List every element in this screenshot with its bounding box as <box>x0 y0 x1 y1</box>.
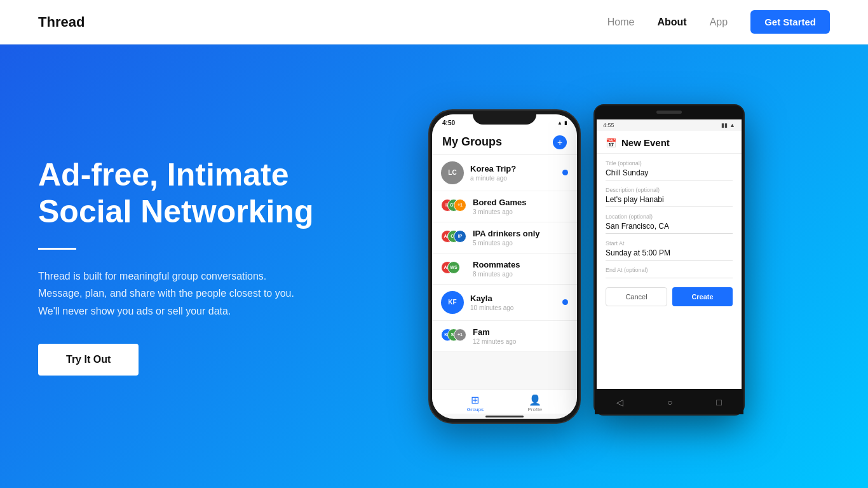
group-info: Kayla 10 minutes ago <box>470 294 556 311</box>
group-time: 12 minutes ago <box>473 338 568 345</box>
cancel-button[interactable]: Cancel <box>606 287 667 306</box>
description-label: Description (optional) <box>606 187 733 193</box>
location-field: Location (optional) San Francisco, CA <box>606 214 733 234</box>
iphone-mockup: 4:50 ▲ ▮ My Groups + LC <box>428 109 581 424</box>
nav-groups-tab[interactable]: ⊞ Groups <box>467 394 484 412</box>
back-button[interactable]: ◁ <box>616 397 623 407</box>
new-event-header: 📅 New Event <box>597 131 742 154</box>
home-button[interactable]: ○ <box>667 397 672 407</box>
nav-get-started-button[interactable]: Get Started <box>750 10 830 34</box>
group-time: 5 minutes ago <box>473 240 568 247</box>
android-mockup: 4:55 ▮▮ ▲ 📅 New Event Title (optional) C… <box>593 104 745 416</box>
android-status-bar: 4:55 ▮▮ ▲ <box>597 119 742 131</box>
group-list: LC Korea Trip? a minute ago IJ GW +1 <box>432 155 577 352</box>
hero-title: Ad-free, Intimate Social Networking <box>38 157 343 230</box>
nav-links: Home About App Get Started <box>607 10 830 34</box>
group-name: IPA drinkers only <box>473 229 568 238</box>
recents-button[interactable]: □ <box>716 397 721 407</box>
nav-app[interactable]: App <box>710 17 728 28</box>
new-event-title: New Event <box>621 137 670 148</box>
description-value[interactable]: Let's play Hanabi <box>606 195 733 207</box>
hero-divider <box>38 248 76 250</box>
group-info: Roommates 8 minutes ago <box>473 260 568 278</box>
create-button[interactable]: Create <box>672 287 733 306</box>
groups-screen-title: My Groups <box>442 135 502 149</box>
hero-try-it-out-button[interactable]: Try It Out <box>38 344 139 376</box>
hero-description: Thread is built for meaningful group con… <box>38 268 305 320</box>
group-info: Fam 12 minutes ago <box>473 327 568 345</box>
calendar-icon: 📅 <box>606 138 616 148</box>
group-info: Korea Trip? a minute ago <box>470 164 556 182</box>
iphone-status-icons: ▲ ▮ <box>557 120 567 126</box>
iphone-notch <box>473 111 536 125</box>
location-label: Location (optional) <box>606 214 733 220</box>
group-info: IPA drinkers only 5 minutes ago <box>473 229 568 247</box>
group-time: 3 minutes ago <box>473 208 568 215</box>
end-at-field: End At (optional) <box>606 267 733 278</box>
avatar-multi: IJ GW +1 <box>441 199 466 214</box>
android-wifi-icon: ▲ <box>729 122 735 128</box>
android-time: 4:55 <box>603 122 614 128</box>
list-item[interactable]: AM WS Roommates 8 minutes ago <box>432 254 577 285</box>
group-time: a minute ago <box>470 175 556 182</box>
list-item[interactable]: KF Kayla 10 minutes ago <box>432 285 577 321</box>
bottom-nav: ⊞ Groups 👤 Profile <box>432 390 577 414</box>
avatar: LC <box>441 161 464 184</box>
unread-dot <box>562 299 568 305</box>
add-group-button[interactable]: + <box>553 135 567 149</box>
start-at-field: Start At Sunday at 5:00 PM <box>606 240 733 261</box>
group-name: Fam <box>473 327 568 337</box>
avatar-multi: AM CF IP <box>441 230 466 245</box>
phones-container: 4:50 ▲ ▮ My Groups + LC <box>343 109 830 424</box>
list-item[interactable]: IJ GW +1 Bored Games 3 minutes ago <box>432 191 577 222</box>
groups-icon: ⊞ <box>471 394 479 406</box>
android-screen: 4:55 ▮▮ ▲ 📅 New Event Title (optional) C… <box>597 119 742 389</box>
end-label: End At (optional) <box>606 267 733 273</box>
new-event-form: Title (optional) Chill Sunday Descriptio… <box>597 154 742 313</box>
start-label: Start At <box>606 240 733 247</box>
nav-home[interactable]: Home <box>607 17 635 28</box>
avatar: KF <box>441 291 464 314</box>
group-info: Bored Games 3 minutes ago <box>473 198 568 215</box>
battery-icon: ▮ <box>564 120 567 126</box>
start-value[interactable]: Sunday at 5:00 PM <box>606 248 733 261</box>
list-item[interactable]: KF SL +1 Fam 12 minutes ago <box>432 321 577 352</box>
title-label: Title (optional) <box>606 160 733 166</box>
group-name: Roommates <box>473 260 568 269</box>
list-item[interactable]: LC Korea Trip? a minute ago <box>432 155 577 191</box>
title-value[interactable]: Chill Sunday <box>606 168 733 180</box>
profile-icon: 👤 <box>529 394 541 406</box>
profile-label: Profile <box>528 407 543 412</box>
group-time: 10 minutes ago <box>470 304 556 311</box>
android-status-icons: ▮▮ ▲ <box>721 122 735 128</box>
hero-content: Ad-free, Intimate Social Networking Thre… <box>38 157 343 376</box>
group-name: Bored Games <box>473 198 568 207</box>
nav-profile-tab[interactable]: 👤 Profile <box>528 394 543 412</box>
iphone-time: 4:50 <box>442 119 455 126</box>
avatar-multi: AM WS <box>441 261 466 276</box>
avatar: WS <box>447 261 460 274</box>
description-field: Description (optional) Let's play Hanabi <box>606 187 733 207</box>
location-value[interactable]: San Francisco, CA <box>606 222 733 234</box>
group-time: 8 minutes ago <box>473 271 568 278</box>
end-value[interactable] <box>606 275 733 278</box>
form-actions: Cancel Create <box>606 287 733 306</box>
logo: Thread <box>38 14 85 30</box>
group-name: Kayla <box>470 294 556 303</box>
navbar: Thread Home About App Get Started <box>0 0 868 44</box>
android-speaker <box>656 111 682 114</box>
avatar: +1 <box>454 199 466 212</box>
android-nav-bar: ◁ ○ □ <box>595 390 743 414</box>
groups-label: Groups <box>467 407 484 412</box>
groups-header: My Groups + <box>432 129 577 155</box>
home-indicator <box>485 416 524 417</box>
android-battery-icon: ▮▮ <box>721 122 728 128</box>
list-item[interactable]: AM CF IP IPA drinkers only 5 minutes ago <box>432 222 577 254</box>
title-field: Title (optional) Chill Sunday <box>606 160 733 180</box>
nav-about[interactable]: About <box>657 17 686 28</box>
avatar: IP <box>454 230 466 243</box>
iphone-screen: 4:50 ▲ ▮ My Groups + LC <box>432 114 577 419</box>
wifi-icon: ▲ <box>557 120 562 126</box>
group-name: Korea Trip? <box>470 164 556 173</box>
hero-section: Ad-free, Intimate Social Networking Thre… <box>0 44 868 488</box>
